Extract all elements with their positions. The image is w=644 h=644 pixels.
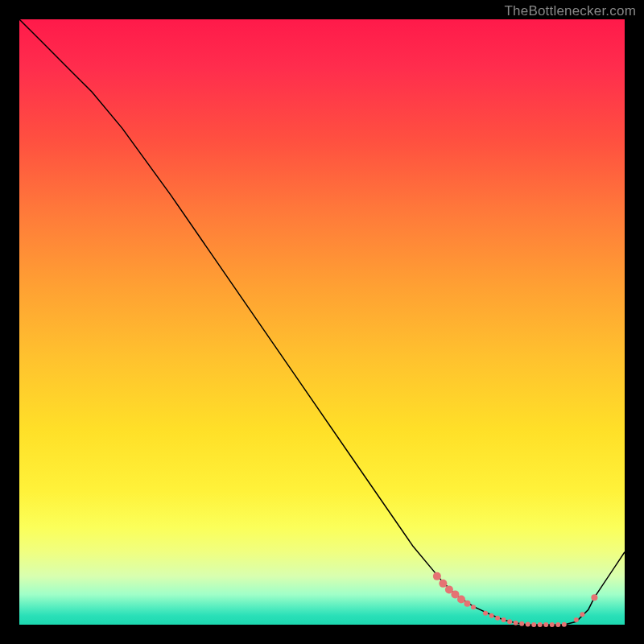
- data-dot: [483, 611, 488, 616]
- data-dot: [531, 622, 536, 627]
- data-dot: [457, 595, 465, 603]
- data-dot: [550, 622, 555, 627]
- data-dot: [538, 622, 543, 627]
- chart-overlay: [19, 19, 625, 625]
- data-dot: [471, 605, 476, 609]
- data-dot: [580, 612, 584, 617]
- data-dot: [526, 622, 530, 627]
- data-dots: [433, 572, 598, 627]
- data-dot: [464, 601, 470, 607]
- data-dot: [439, 580, 447, 588]
- data-dot: [507, 619, 512, 624]
- data-dot: [495, 616, 500, 621]
- watermark-text: TheBottlenecker.com: [505, 3, 637, 19]
- data-dot: [433, 572, 441, 580]
- bottleneck-curve: [19, 19, 625, 625]
- data-dot: [489, 613, 494, 618]
- data-dot: [591, 594, 597, 601]
- data-dot: [514, 621, 518, 625]
- data-dot: [502, 617, 506, 622]
- data-dot: [574, 617, 579, 622]
- data-dot: [519, 621, 524, 626]
- data-dot: [555, 622, 560, 627]
- data-dot: [562, 622, 567, 627]
- data-dot: [543, 622, 548, 627]
